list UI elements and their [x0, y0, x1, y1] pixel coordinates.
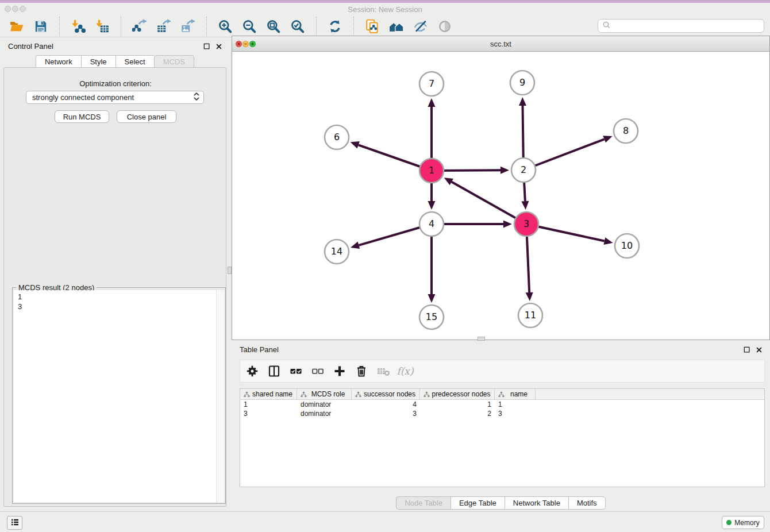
network-window-titlebar[interactable]: scc.txt	[232, 36, 769, 52]
svg-text:4: 4	[429, 218, 434, 229]
edge-2-8[interactable]	[523, 139, 605, 170]
close-table-panel-icon[interactable]	[754, 345, 763, 354]
column-header-filler	[536, 389, 764, 399]
column-header-successor-nodes[interactable]: successor nodes	[352, 389, 420, 399]
home-layout-icon[interactable]	[388, 18, 405, 34]
delete-column-icon[interactable]	[353, 363, 369, 379]
tab-style[interactable]: Style	[81, 55, 116, 68]
network-view-window: scc.txt 1234678910111415	[232, 36, 770, 340]
tab-select[interactable]: Select	[116, 55, 154, 68]
edge-arrowhead	[428, 98, 436, 107]
tab-mcds[interactable]: MCDS	[154, 55, 194, 68]
node-table: shared nameMCDS rolesuccessor nodesprede…	[240, 388, 765, 487]
tab-edge-table[interactable]: Edge Table	[451, 496, 505, 510]
window-titlebar: Session: New Session	[0, 3, 770, 16]
tab-motifs[interactable]: Motifs	[568, 496, 606, 510]
cell-shared-name: 3	[240, 409, 297, 418]
import-network-icon[interactable]	[70, 18, 86, 34]
table-toolbar: f(x)	[240, 360, 765, 383]
graph-node-15[interactable]: 15	[419, 305, 444, 329]
choose-columns-icon[interactable]	[266, 363, 282, 379]
memory-label: Memory	[734, 519, 759, 527]
close-panel-icon[interactable]	[214, 42, 223, 51]
svg-text:1: 1	[429, 165, 434, 176]
column-header-name[interactable]: name	[495, 389, 536, 399]
tab-node-table[interactable]: Node Table	[396, 496, 451, 510]
show-selected-icon[interactable]	[437, 18, 453, 34]
float-panel-icon[interactable]	[202, 42, 211, 51]
svg-text:15: 15	[426, 311, 437, 322]
graph-node-7[interactable]: 7	[419, 72, 444, 96]
edge-arrowhead	[351, 141, 360, 148]
graph-node-6[interactable]: 6	[325, 125, 349, 149]
graph-node-2[interactable]: 2	[511, 158, 536, 182]
deselect-all-icon[interactable]	[310, 363, 326, 379]
edge-arrowhead	[519, 97, 526, 106]
import-table-icon[interactable]	[94, 18, 110, 34]
vertical-splitter-handle[interactable]	[228, 267, 232, 274]
copy-network-icon[interactable]	[364, 18, 380, 34]
export-network-icon[interactable]	[132, 18, 148, 34]
graph-node-11[interactable]: 11	[518, 303, 542, 327]
table-settings-icon[interactable]	[244, 363, 260, 379]
graph-node-3[interactable]: 3	[514, 212, 538, 236]
export-image-icon[interactable]	[180, 18, 196, 34]
float-table-panel-icon[interactable]	[742, 345, 751, 354]
cell-successor-nodes: 3	[352, 409, 420, 418]
zoom-in-icon[interactable]	[217, 18, 233, 34]
network-canvas[interactable]: 1234678910111415	[232, 52, 769, 340]
edge-3-1[interactable]	[452, 182, 526, 224]
memory-status-icon	[726, 520, 732, 525]
task-history-button[interactable]	[7, 516, 22, 530]
svg-text:3: 3	[523, 218, 529, 229]
table-row[interactable]: 3dominator323	[240, 409, 764, 418]
result-scrollbar[interactable]	[216, 290, 224, 502]
refresh-layout-icon[interactable]	[327, 18, 343, 34]
export-table-icon[interactable]	[156, 18, 172, 34]
search-input[interactable]	[612, 22, 760, 30]
graph-node-4[interactable]: 4	[419, 212, 444, 236]
graph-node-8[interactable]: 8	[614, 119, 638, 143]
run-mcds-button[interactable]: Run MCDS	[55, 110, 109, 123]
zoom-fit-icon[interactable]	[265, 18, 282, 34]
close-panel-button[interactable]: Close panel	[117, 110, 176, 123]
open-folder-icon[interactable]	[9, 18, 25, 34]
hide-selected-icon[interactable]	[413, 18, 429, 34]
search-field[interactable]	[598, 19, 764, 33]
svg-text:9: 9	[519, 77, 525, 88]
cell-name: 3	[495, 409, 536, 418]
graph-node-1[interactable]: 1	[419, 159, 444, 183]
cell-shared-name: 1	[240, 400, 297, 409]
delete-table-icon	[375, 363, 391, 379]
table-panel: Table Panel f(x) shared nameMCDS rolesuc…	[232, 342, 770, 511]
svg-text:7: 7	[429, 78, 434, 89]
dropdown-stepper-icon	[193, 92, 200, 103]
control-panel: Control Panel NetworkStyleSelectMCDS Opt…	[0, 37, 230, 511]
tab-network[interactable]: Network	[36, 55, 81, 68]
column-header-predecessor-nodes[interactable]: predecessor nodes	[420, 389, 495, 399]
graph-node-9[interactable]: 9	[510, 71, 534, 95]
graph-node-10[interactable]: 10	[615, 234, 639, 258]
task-list-icon	[10, 517, 20, 529]
zoom-selected-icon[interactable]	[290, 18, 306, 34]
network-window-title: scc.txt	[232, 40, 769, 48]
mcds-result-box: 13	[14, 290, 224, 502]
save-session-icon[interactable]	[33, 18, 49, 34]
select-all-icon[interactable]	[288, 363, 304, 379]
criterion-dropdown[interactable]: strongly connected component	[26, 91, 204, 104]
add-column-icon[interactable]	[332, 363, 348, 379]
horizontal-splitter-handle[interactable]	[478, 337, 485, 341]
table-row[interactable]: 1dominator411	[240, 400, 764, 409]
column-header-MCDS-role[interactable]: MCDS role	[297, 389, 352, 399]
graph-node-14[interactable]: 14	[325, 240, 349, 264]
svg-text:14: 14	[331, 246, 342, 257]
table-panel-tabs: Node TableEdge TableNetwork TableMotifs	[232, 496, 770, 510]
zoom-out-icon[interactable]	[241, 18, 257, 34]
mcds-panel: Optimization criterion: strongly connect…	[3, 67, 226, 507]
memory-button[interactable]: Memory	[722, 516, 764, 529]
criterion-value: strongly connected component	[32, 93, 193, 102]
edge-arrowhead	[526, 292, 533, 301]
toolbar-separator	[353, 17, 354, 36]
tab-network-table[interactable]: Network Table	[505, 496, 568, 510]
column-header-shared-name[interactable]: shared name	[240, 389, 297, 399]
